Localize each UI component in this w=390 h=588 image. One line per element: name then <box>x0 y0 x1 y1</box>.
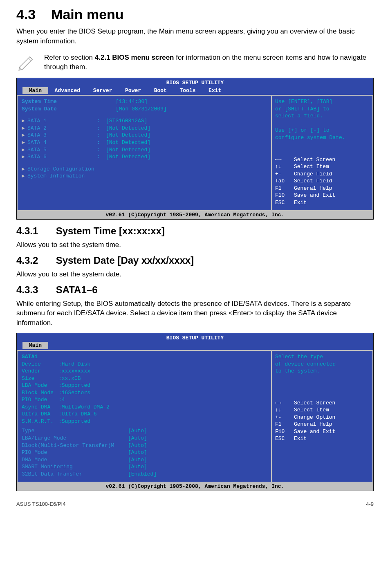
section-heading: 4.3.3 SATA1–6 <box>16 284 374 296</box>
bios-right-pane: Use [ENTER], [TAB]or [SHIFT-TAB] toselec… <box>271 95 373 211</box>
bios-tab-main[interactable]: Main <box>22 342 48 349</box>
bios-tab-tools[interactable]: Tools <box>173 87 202 94</box>
bios-left-pane: SATA1 Device:Hard DiskVendor:xxxxxxxxxSi… <box>17 350 271 483</box>
help-text-line: Select the type <box>275 353 369 361</box>
legend-row: F10Save and Exit <box>275 192 369 199</box>
heading-title: Main menu <box>51 7 124 22</box>
info-line: S.M.A.R.T.:Supported <box>22 418 267 425</box>
help-text-line: of device connected <box>275 361 369 368</box>
footer-right: 4-9 <box>366 501 374 507</box>
info-line: PIO Mode:4 <box>22 396 267 404</box>
help-text-line: Use [+] or [-] to <box>275 127 369 134</box>
triangle-icon: ▶ <box>22 117 27 125</box>
bios-sata-item[interactable]: ▶SATA 4:[Not Detected] <box>22 139 267 146</box>
bios-right-pane: Select the typeof device connectedto the… <box>271 350 373 483</box>
legend-row: F1General Help <box>275 421 369 428</box>
legend-row: F10Save and Exit <box>275 428 369 435</box>
bios-setting[interactable]: PIO Mode[Auto] <box>22 449 267 456</box>
bios-main-screen: BIOS SETUP UTILITY Main Advanced Server … <box>16 78 374 220</box>
info-line: Vendor:xxxxxxxxx <box>22 368 267 375</box>
triangle-icon: ▶ <box>22 146 27 154</box>
bios-sata-item[interactable]: ▶SATA 2:[Not Detected] <box>22 125 267 132</box>
bios-tab-server[interactable]: Server <box>87 87 119 94</box>
info-line: Device:Hard Disk <box>22 361 267 368</box>
legend-row: ↑↓Select Item <box>275 406 369 414</box>
bios-field[interactable]: System Time[13:44:30] <box>22 98 267 105</box>
bios-setting[interactable]: Block(Multi-Sector Transfer)M[Auto] <box>22 442 267 449</box>
bios-tab-exit[interactable]: Exit <box>202 87 228 94</box>
triangle-icon: ▶ <box>22 125 27 132</box>
bios-sata-item[interactable]: ▶SATA 6:[Not Detected] <box>22 153 267 161</box>
footer-left: ASUS TS100-E6/PI4 <box>16 501 65 507</box>
triangle-icon: ▶ <box>22 132 27 139</box>
legend-row: ESCExit <box>275 199 369 206</box>
pencil-icon <box>16 51 37 72</box>
info-line: Ultra DMA:Ultra DMA-6 <box>22 411 267 418</box>
triangle-icon: ▶ <box>22 173 27 180</box>
bios-left-pane: System Time[13:44:30]System Date[Mon 08/… <box>17 95 271 211</box>
bios-submenu[interactable]: ▶Storage Configuration <box>22 166 267 173</box>
info-line: LBA Mode:Supported <box>22 382 267 389</box>
help-text-line: configure system Date. <box>275 134 369 141</box>
note-block: Refer to section 4.2.1 BIOS menu screen … <box>16 51 374 72</box>
page-heading: 4.3 Main menu <box>16 7 374 22</box>
note-text: Refer to section 4.2.1 BIOS menu screen … <box>44 51 374 72</box>
info-line: Size:xx.xGB <box>22 375 267 382</box>
triangle-icon: ▶ <box>22 153 27 161</box>
legend-row: ←→Select Screen <box>275 156 369 164</box>
section-body: Allows you to set the system time. <box>16 240 374 250</box>
bios-setting[interactable]: Type[Auto] <box>22 427 267 435</box>
bios-setting[interactable]: LBA/Large Mode[Auto] <box>22 435 267 442</box>
section-body: While entering Setup, the BIOS automatic… <box>16 299 374 328</box>
legend-row: F1General Help <box>275 185 369 192</box>
note-prefix: Refer to section <box>44 54 95 61</box>
bios-footer: v02.61 (C)Copyright 1985-2009, American … <box>17 211 373 219</box>
bios-tab-advanced[interactable]: Advanced <box>48 87 87 94</box>
legend-row: ←→Select Screen <box>275 399 369 407</box>
heading-num: 4.3 <box>16 7 36 22</box>
bios-tab-main[interactable]: Main <box>22 87 48 94</box>
bios-field[interactable]: System Date[Mon 08/31/2009] <box>22 105 267 113</box>
legend-row: +-Change Option <box>275 414 369 421</box>
page-footer: ASUS TS100-E6/PI4 4-9 <box>16 501 374 513</box>
bios-sata-screen: BIOS SETUP UTILITY Main SATA1 Device:Har… <box>16 333 374 491</box>
bios-sata-item[interactable]: ▶SATA 3:[Not Detected] <box>22 132 267 139</box>
bios-sata-item[interactable]: ▶SATA 5:[Not Detected] <box>22 146 267 154</box>
help-text-line: to the system. <box>275 368 369 375</box>
section-heading: 4.3.1 System Time [xx:xx:xx] <box>16 225 374 237</box>
bios-setting[interactable]: DMA Mode[Auto] <box>22 456 267 464</box>
bios-title: BIOS SETUP UTILITY <box>17 78 373 87</box>
legend-row: +-Change Field <box>275 171 369 178</box>
help-text-line <box>275 120 369 127</box>
note-bold: 4.2.1 BIOS menu screen <box>95 54 174 61</box>
bios-submenu[interactable]: ▶System Information <box>22 173 267 180</box>
info-line: Async DMA:MultiWord DMA-2 <box>22 404 267 411</box>
section-body: Allows you to set the system date. <box>16 269 374 279</box>
help-text-line: or [SHIFT-TAB] to <box>275 105 369 113</box>
help-text-line: Use [ENTER], [TAB] <box>275 98 369 105</box>
section-heading: 4.3.2 System Date [Day xx/xx/xxxx] <box>16 255 374 266</box>
bios-tab-power[interactable]: Power <box>119 87 148 94</box>
bios-tab-bar: Main <box>17 342 373 350</box>
legend-row: ESCExit <box>275 435 369 442</box>
intro-text: When you enter the BIOS Setup program, t… <box>16 27 374 46</box>
triangle-icon: ▶ <box>22 139 27 146</box>
bios-tab-boot[interactable]: Boot <box>148 87 173 94</box>
legend-row: TabSelect Field <box>275 177 369 185</box>
legend-row: ↑↓Select Item <box>275 163 369 171</box>
bios-footer: v02.61 (C)Copyright 1985-2008, American … <box>17 483 373 491</box>
bios-setting[interactable]: 32Bit Data Transfer[Enabled] <box>22 471 267 478</box>
bios-setting[interactable]: SMART Monitoring[Auto] <box>22 463 267 471</box>
triangle-icon: ▶ <box>22 166 27 173</box>
bios-title: BIOS SETUP UTILITY <box>17 333 373 342</box>
bios-tab-bar: Main Advanced Server Power Boot Tools Ex… <box>17 87 373 95</box>
help-text-line: select a field. <box>275 112 369 120</box>
sata-header: SATA1 <box>22 353 267 361</box>
bios-sata-item[interactable]: ▶SATA 1:[ST3160812AS] <box>22 117 267 125</box>
info-line: Block Mode:16Sectors <box>22 389 267 397</box>
